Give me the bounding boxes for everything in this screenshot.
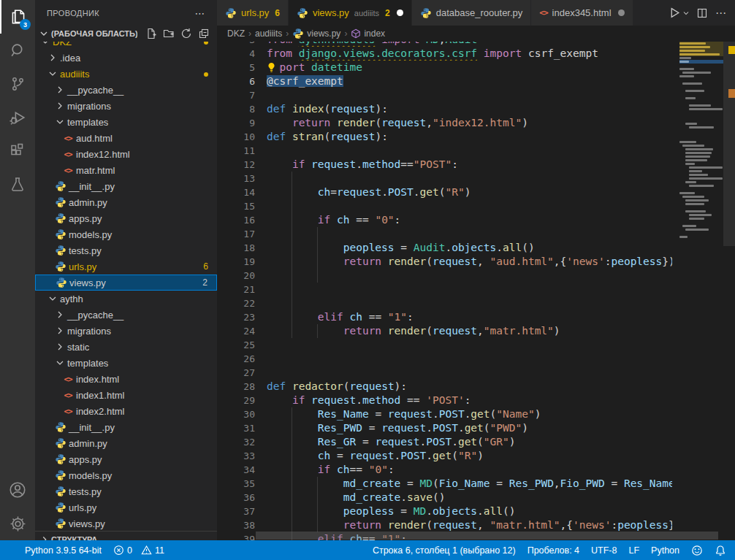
code-line-33[interactable]: 33ch = request.POST.get("R") bbox=[217, 449, 672, 463]
tree-item-audiiits[interactable]: audiiits bbox=[35, 66, 217, 82]
account-icon[interactable] bbox=[0, 473, 35, 507]
code-line-12[interactable]: 12if request.method=="POST": bbox=[217, 158, 672, 172]
tree-item-models-py[interactable]: models.py bbox=[35, 226, 217, 242]
modified-dot-icon[interactable] bbox=[397, 9, 403, 16]
tree-item-aythh[interactable]: aythh bbox=[35, 291, 217, 307]
eol-item[interactable]: LF bbox=[622, 540, 645, 560]
tree-item-tests-py[interactable]: tests.py bbox=[35, 242, 217, 258]
tree-item-migrations[interactable]: migrations bbox=[35, 323, 217, 339]
code-line-32[interactable]: 32Res_GR = request.POST.get("GR") bbox=[217, 435, 672, 449]
new-folder-icon[interactable] bbox=[163, 28, 175, 39]
code-line-20[interactable]: 20 bbox=[217, 269, 672, 283]
notifications-bell-icon[interactable] bbox=[709, 540, 735, 560]
breadcrumb-item-views-py[interactable]: views.py bbox=[292, 28, 340, 39]
code-line-4[interactable]: 4from django.views.decorators.csrf impor… bbox=[217, 47, 672, 61]
cursor-position-item[interactable]: Строка 6, столбец 1 (выбрано 12) bbox=[367, 540, 522, 560]
tab-views-py[interactable]: views.pyaudiiits2 bbox=[289, 0, 412, 26]
outline-section-header[interactable]: СТРУКТУРА bbox=[35, 531, 217, 540]
problems-item[interactable]: 0 11 bbox=[107, 540, 170, 560]
tree-item-templates[interactable]: templates bbox=[35, 355, 217, 371]
code-line-6[interactable]: 6@csrf_exempt bbox=[217, 74, 672, 88]
search-icon[interactable] bbox=[0, 34, 35, 67]
breadcrumb-item-index[interactable]: index bbox=[351, 28, 385, 39]
vertical-scrollbar[interactable] bbox=[723, 33, 735, 540]
tab-index345-html[interactable]: <>index345.html bbox=[531, 0, 633, 26]
code-line-36[interactable]: 36md_create.save() bbox=[217, 491, 672, 505]
tree-item-urls-py[interactable]: urls.py bbox=[35, 499, 217, 515]
tree-item-matr-html[interactable]: <>matr.html bbox=[35, 162, 217, 178]
code-line-5[interactable]: 5import datetime bbox=[217, 61, 672, 74]
code-line-8[interactable]: 8def index(request): bbox=[217, 102, 672, 116]
code-line-7[interactable]: 7 bbox=[217, 88, 672, 102]
python-interpreter-item[interactable]: Python 3.9.5 64-bit bbox=[19, 540, 107, 560]
tree-item-index2-html[interactable]: <>index2.html bbox=[35, 403, 217, 419]
tree-item-index12-html[interactable]: <>index12.html bbox=[35, 146, 217, 162]
code-line-38[interactable]: 38return render(request, "matr.html",{'n… bbox=[217, 518, 672, 532]
tree-item--init-py[interactable]: __init__.py bbox=[35, 419, 217, 435]
extensions-icon[interactable] bbox=[0, 134, 35, 168]
breadcrumb-item-audiiits[interactable]: audiiits bbox=[255, 28, 282, 39]
tree-item-models-py[interactable]: models.py bbox=[35, 467, 217, 483]
tree-item-templates[interactable]: templates bbox=[35, 114, 217, 130]
horizontal-scrollbar-slider[interactable] bbox=[256, 532, 718, 540]
code-line-9[interactable]: 9return render(request,"index12.html") bbox=[217, 116, 672, 130]
code-line-37[interactable]: 37peopless = MD.objects.all() bbox=[217, 505, 672, 518]
code-line-25[interactable]: 25 bbox=[217, 338, 672, 352]
testing-icon[interactable] bbox=[0, 168, 35, 202]
settings-gear-icon[interactable] bbox=[0, 507, 35, 540]
collapse-all-icon[interactable] bbox=[198, 28, 210, 39]
code-line-17[interactable]: 17 bbox=[217, 227, 672, 241]
run-dropdown-chevron-icon[interactable] bbox=[681, 5, 691, 21]
tree-item-admin-py[interactable]: admin.py bbox=[35, 194, 217, 210]
code-line-29[interactable]: 29if request.method == 'POST': bbox=[217, 394, 672, 407]
breadcrumb-item-dkz[interactable]: DKZ bbox=[227, 28, 245, 39]
code-line-22[interactable]: 22 bbox=[217, 296, 672, 310]
code-line-14[interactable]: 14ch=request.POST.get("R") bbox=[217, 185, 672, 199]
code-line-19[interactable]: 19return render(request, "aud.html",{'ne… bbox=[217, 255, 672, 269]
tree-item-migrations[interactable]: migrations bbox=[35, 98, 217, 114]
feedback-icon[interactable] bbox=[685, 540, 709, 560]
tree-item-aud-html[interactable]: <>aud.html bbox=[35, 130, 217, 146]
tree-item-tests-py[interactable]: tests.py bbox=[35, 483, 217, 499]
tree-item-views-py[interactable]: views.py2 bbox=[35, 275, 217, 291]
indentation-item[interactable]: Пробелов: 4 bbox=[522, 540, 585, 560]
tab-urls-py[interactable]: urls.py6 bbox=[217, 0, 289, 26]
encoding-item[interactable]: UTF-8 bbox=[585, 540, 622, 560]
code-line-15[interactable]: 15 bbox=[217, 199, 672, 213]
more-actions-icon[interactable]: ⋯ bbox=[713, 5, 729, 21]
code-line-28[interactable]: 28def redactor(request): bbox=[217, 380, 672, 394]
code-line-21[interactable]: 21 bbox=[217, 283, 672, 296]
run-debug-icon[interactable] bbox=[0, 101, 35, 134]
tree-item-views-py[interactable]: views.py bbox=[35, 515, 217, 532]
code-line-16[interactable]: 16if ch == "0": bbox=[217, 213, 672, 227]
modified-dot-icon[interactable] bbox=[618, 9, 625, 16]
lightbulb-icon[interactable] bbox=[267, 62, 279, 74]
code-line-31[interactable]: 31Res_PWD = request.POST.get("PWD") bbox=[217, 421, 672, 435]
tree-item-urls-py[interactable]: urls.py6 bbox=[35, 258, 217, 275]
tree-item--pycache-[interactable]: __pycache__ bbox=[35, 82, 217, 98]
refresh-icon[interactable] bbox=[180, 28, 192, 39]
tab-database-roouter-py[interactable]: database_roouter.py bbox=[412, 0, 532, 26]
code-line-24[interactable]: 24return render(request,"matr.html") bbox=[217, 324, 672, 338]
tree-item-apps-py[interactable]: apps.py bbox=[35, 210, 217, 226]
source-control-icon[interactable] bbox=[0, 67, 35, 101]
minimap[interactable] bbox=[679, 42, 723, 540]
explorer-icon[interactable]: 3 bbox=[0, 0, 35, 34]
tree-item-index-html[interactable]: <>index.html bbox=[35, 371, 217, 387]
split-editor-icon[interactable] bbox=[694, 5, 710, 21]
code-line-11[interactable]: 11 bbox=[217, 144, 672, 158]
code-line-13[interactable]: 13 bbox=[217, 172, 672, 185]
tree-item-static[interactable]: static bbox=[35, 339, 217, 355]
code-line-26[interactable]: 26 bbox=[217, 352, 672, 366]
code-line-18[interactable]: 18peopless = Audit.objects.all() bbox=[217, 241, 672, 255]
tree-item--init-py[interactable]: __init__.py bbox=[35, 178, 217, 194]
sidebar-more-actions-icon[interactable]: ⋯ bbox=[195, 7, 205, 19]
vertical-scrollbar-slider[interactable] bbox=[723, 42, 735, 246]
code-editor[interactable]: 3from aythh.models import MD,Audit4from … bbox=[217, 42, 672, 540]
new-file-icon[interactable] bbox=[145, 28, 157, 39]
workspace-section-header[interactable]: (РАБОЧАЯ ОБЛАСТЬ) ... bbox=[35, 26, 217, 42]
tree-item-index1-html[interactable]: <>index1.html bbox=[35, 387, 217, 403]
code-line-3[interactable]: 3from aythh.models import MD,Audit bbox=[217, 42, 672, 47]
code-line-30[interactable]: 30Res_Name = request.POST.get("Name") bbox=[217, 407, 672, 421]
code-line-10[interactable]: 10def stran(request): bbox=[217, 130, 672, 144]
